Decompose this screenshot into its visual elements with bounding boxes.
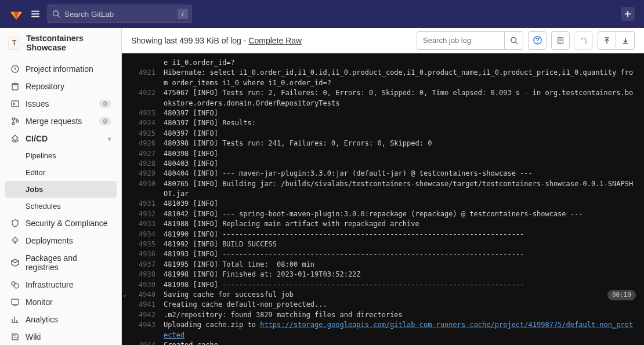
nav-icon [10, 134, 20, 143]
line-number: 4925 [129, 129, 155, 139]
nav-sub-label: Pipelines [26, 151, 56, 160]
nav-icon [10, 117, 20, 126]
line-content: 481039 [INFO] [164, 199, 637, 209]
nav-icon [10, 99, 20, 108]
line-number: 4926 [129, 139, 155, 148]
svg-point-5 [13, 103, 15, 105]
nav-icon [10, 82, 20, 91]
line-number: 4928 [129, 159, 155, 169]
line-number: 4942 [129, 310, 155, 320]
log-line: 4934481990 [INFO] ----------------------… [122, 230, 644, 239]
sidebar-item-wiki[interactable]: Wiki [5, 328, 117, 345]
sidebar-subitem-pipelines[interactable]: Pipelines [5, 147, 117, 164]
sidebar-subitem-schedules[interactable]: Schedules [5, 198, 117, 215]
log-line: 4943Uploading cache.zip to https://stora… [122, 320, 644, 340]
nav-icon [10, 64, 20, 74]
log-toolbar: Showing last 499.93 KiB of log - Complet… [122, 28, 644, 53]
line-content: Saving cache for successful job [164, 290, 637, 300]
search-job-log-button[interactable] [505, 31, 523, 50]
complete-raw-link[interactable]: Complete Raw [248, 36, 302, 45]
line-content: Created cache [164, 340, 637, 345]
line-content: 481992 [INFO] BUILD SUCCESS [164, 239, 637, 249]
global-search-input[interactable] [48, 5, 191, 23]
log-line: 4931481039 [INFO] [122, 199, 644, 209]
sidebar-item-analytics[interactable]: Analytics [5, 311, 117, 328]
log-line: 4927480398 [INFO] [122, 149, 644, 159]
log-truncated-msg: Showing last 499.93 KiB of log - Complet… [131, 36, 302, 45]
sidebar-item-project-information[interactable]: Project information [5, 60, 117, 78]
nav-label: Repository [26, 82, 64, 91]
line-content: 480398 [INFO] Tests run: 241, Failures: … [164, 139, 637, 148]
project-header[interactable]: T Testcontainers Showcase [0, 28, 121, 58]
job-log[interactable]: e i1_0.order_id=?4921Hibernate: select i… [122, 53, 644, 345]
log-link[interactable]: https://storage.googleapis.com/gitlab-co… [164, 321, 633, 339]
sidebar-item-merge-requests[interactable]: Merge requests0 [5, 112, 117, 130]
line-content: 481995 [INFO] Total time: 08:00 min [164, 260, 637, 270]
sidebar-subitem-jobs[interactable]: Jobs [5, 181, 117, 198]
nav-label: Packages and registries [26, 253, 111, 272]
nav-badge: 0 [99, 117, 111, 125]
nav-icon [10, 332, 20, 342]
sidebar-item-ci-cd[interactable]: CI/CD▾ [5, 130, 117, 147]
nav-label: Issues [26, 99, 49, 108]
sidebar-item-deployments[interactable]: Deployments [5, 232, 117, 249]
nav-icon [10, 236, 20, 245]
log-line: 4921Hibernate: select i1_0.order_id,i1_0… [122, 68, 644, 88]
sidebar-item-security-compliance[interactable]: Security & Compliance [5, 215, 117, 232]
line-number: 4931 [129, 199, 155, 209]
line-content: 481042 [INFO] --- spring-boot-maven-plug… [164, 209, 637, 219]
log-line: 4932481042 [INFO] --- spring-boot-maven-… [122, 209, 644, 219]
svg-point-11 [511, 37, 516, 42]
line-content: e i1_0.order_id=? [164, 58, 637, 68]
search-shortcut-hint: / [178, 9, 188, 19]
raw-log-button[interactable] [551, 31, 570, 50]
line-number: 4936 [129, 249, 155, 259]
gitlab-logo[interactable] [9, 7, 23, 21]
sidebar-item-monitor[interactable]: Monitor [5, 293, 117, 311]
scroll-bottom-button[interactable] [616, 31, 635, 50]
project-name: Testcontainers Showcase [26, 34, 113, 52]
line-content: 480397 [INFO] [164, 129, 637, 139]
log-line: 4935481992 [INFO] BUILD SUCCESS [122, 239, 644, 249]
nav-label: Deployments [26, 236, 73, 245]
svg-point-7 [12, 122, 15, 125]
sidebar-item-infrastructure[interactable]: Infrastructure [5, 276, 117, 293]
nav-label: CI/CD [26, 134, 48, 143]
sidebar-subitem-editor[interactable]: Editor [5, 164, 117, 181]
hamburger-icon[interactable] [28, 6, 43, 21]
nav-sub-label: Editor [26, 168, 45, 177]
sidebar-item-packages-and-registries[interactable]: Packages and registries [5, 249, 117, 276]
collapse-section-icon[interactable]: ⌄ [123, 290, 126, 299]
line-number: 4944 [129, 340, 155, 345]
line-number: 4921 [129, 68, 155, 88]
retry-button [574, 31, 593, 50]
chevron-down-icon: ▾ [108, 136, 111, 142]
log-line: 4929480404 [INFO] --- maven-jar-plugin:3… [122, 169, 644, 179]
search-job-log-input[interactable] [417, 31, 505, 50]
svg-point-8 [16, 120, 19, 122]
nav-icon [10, 297, 20, 307]
nav-icon [10, 315, 20, 324]
nav-icon [10, 258, 20, 267]
help-button[interactable] [528, 31, 547, 50]
line-content: 480397 [INFO] [164, 108, 637, 118]
project-avatar: T [8, 36, 20, 50]
line-content: 481998 [INFO] --------------------------… [164, 280, 637, 290]
line-content: Uploading cache.zip to https://storage.g… [164, 320, 637, 340]
nav-badge: 0 [99, 100, 111, 108]
line-content: 475067 [INFO] Tests run: 2, Failures: 0,… [164, 88, 637, 108]
scroll-top-button[interactable] [598, 31, 616, 50]
nav-label: Wiki [26, 332, 41, 342]
line-number: 4933 [129, 219, 155, 229]
line-number: 4930 [129, 179, 155, 199]
line-number: 4927 [129, 149, 155, 159]
line-number: 4941 [129, 300, 155, 310]
line-content: 481990 [INFO] --------------------------… [164, 230, 637, 239]
sidebar-item-issues[interactable]: Issues0 [5, 95, 117, 112]
line-content: 480397 [INFO] Results: [164, 118, 637, 128]
log-line: 4936481993 [INFO] ----------------------… [122, 249, 644, 259]
global-search: / [48, 5, 191, 23]
sidebar-item-repository[interactable]: Repository [5, 78, 117, 95]
content: Showing last 499.93 KiB of log - Complet… [122, 28, 644, 345]
new-menu-button[interactable] [621, 7, 635, 21]
